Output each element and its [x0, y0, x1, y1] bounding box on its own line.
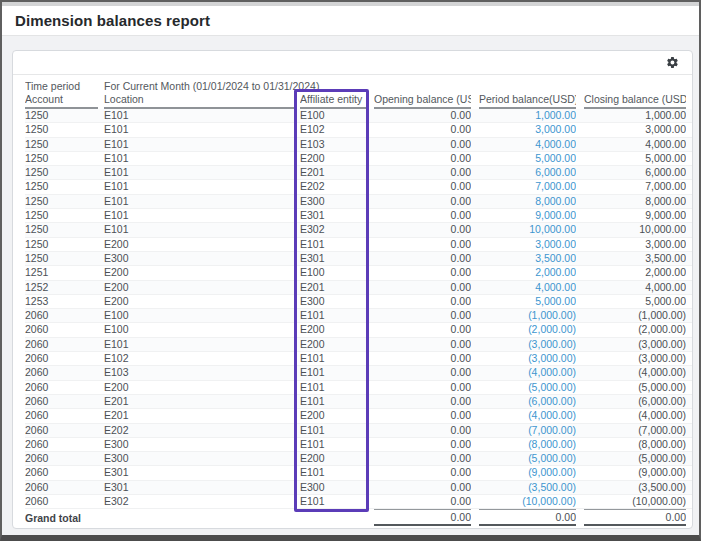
cell-period[interactable]: (5,000.00): [479, 381, 576, 394]
cell-account: 1250: [25, 223, 98, 236]
cell-period[interactable]: (9,000.00): [479, 466, 576, 479]
cell-period[interactable]: (6,000.00): [479, 395, 576, 408]
cell-period[interactable]: (10,000.00): [479, 495, 576, 508]
cell-closing: (3,000.00): [584, 338, 686, 351]
cell-affiliate: E201: [300, 166, 368, 179]
grand-total-opening: 0.00: [374, 509, 471, 526]
cell-location: E200: [104, 281, 294, 294]
cell-period[interactable]: 9,000.00: [479, 209, 576, 222]
time-period-value: For Current Month (01/01/2024 to 01/31/2…: [104, 80, 686, 92]
table-row: 2060E302E1010.00(10,000.00)(10,000.00): [25, 495, 693, 509]
cell-period[interactable]: 5,000.00: [479, 152, 576, 165]
cell-location: E101: [104, 109, 294, 122]
column-header-opening-balance[interactable]: Opening balance (USD): [374, 93, 471, 109]
cell-affiliate: E101: [300, 438, 368, 451]
table-row: 1250E101E1000.001,000.001,000.00: [25, 109, 693, 123]
table-row: 2060E100E2000.00(2,000.00)(2,000.00): [25, 323, 693, 337]
cell-affiliate: E101: [300, 366, 368, 379]
cell-period[interactable]: 10,000.00: [479, 223, 576, 236]
time-period-label: Time period: [25, 80, 98, 92]
cell-affiliate: E101: [300, 238, 368, 251]
table-row: 2060E103E1010.00(4,000.00)(4,000.00): [25, 366, 693, 380]
column-header-location[interactable]: Location: [104, 93, 294, 109]
cell-account: 2060: [25, 381, 98, 394]
cell-closing: (4,000.00): [584, 366, 686, 379]
cell-period[interactable]: (5,000.00): [479, 452, 576, 465]
table-row: 1250E101E1030.004,000.004,000.00: [25, 138, 693, 152]
cell-period[interactable]: (4,000.00): [479, 366, 576, 379]
cell-affiliate: E200: [300, 152, 368, 165]
cell-period[interactable]: (1,000.00): [479, 309, 576, 322]
cell-account: 1250: [25, 209, 98, 222]
cell-closing: (8,000.00): [584, 438, 686, 451]
cell-location: E100: [104, 323, 294, 336]
gear-icon[interactable]: [664, 55, 680, 71]
cell-period[interactable]: (3,000.00): [479, 338, 576, 351]
cell-affiliate: E300: [300, 195, 368, 208]
cell-opening: 0.00: [374, 252, 471, 265]
cell-period[interactable]: (8,000.00): [479, 438, 576, 451]
cell-period[interactable]: 8,000.00: [479, 195, 576, 208]
cell-affiliate: E201: [300, 281, 368, 294]
cell-opening: 0.00: [374, 466, 471, 479]
cell-period[interactable]: 1,000.00: [479, 109, 576, 122]
cell-period[interactable]: (4,000.00): [479, 409, 576, 422]
cell-location: E101: [104, 166, 294, 179]
column-header-closing-balance[interactable]: Closing balance (USD): [584, 93, 686, 109]
cell-account: 2060: [25, 366, 98, 379]
cell-opening: 0.00: [374, 438, 471, 451]
cell-period[interactable]: (3,000.00): [479, 352, 576, 365]
cell-affiliate: E101: [300, 466, 368, 479]
grand-total-label: Grand total: [25, 512, 98, 524]
cell-period[interactable]: 3,000.00: [479, 238, 576, 251]
cell-account: 1250: [25, 166, 98, 179]
cell-period[interactable]: 7,000.00: [479, 180, 576, 193]
cell-period[interactable]: 4,000.00: [479, 281, 576, 294]
cell-period[interactable]: (7,000.00): [479, 424, 576, 437]
cell-affiliate: E101: [300, 424, 368, 437]
cell-opening: 0.00: [374, 123, 471, 136]
grand-total-row: Grand total 0.00 0.00 0.00: [25, 509, 693, 526]
cell-account: 2060: [25, 323, 98, 336]
cell-account: 2060: [25, 309, 98, 322]
cell-period[interactable]: 3,000.00: [479, 123, 576, 136]
cell-location: E302: [104, 495, 294, 508]
cell-account: 1253: [25, 295, 98, 308]
cell-period[interactable]: 4,000.00: [479, 138, 576, 151]
table-row: 1250E101E2000.005,000.005,000.00: [25, 152, 693, 166]
table-row: 2060E301E3000.00(3,500.00)(3,500.00): [25, 481, 693, 495]
cell-opening: 0.00: [374, 166, 471, 179]
column-header-period-balance[interactable]: Period balance(USD): [479, 93, 576, 109]
cell-affiliate: E101: [300, 309, 368, 322]
cell-location: E300: [104, 438, 294, 451]
cell-location: E301: [104, 481, 294, 494]
column-header-account[interactable]: Account: [25, 93, 98, 109]
cell-closing: 5,000.00: [584, 152, 686, 165]
cell-period[interactable]: (2,000.00): [479, 323, 576, 336]
cell-location: E101: [104, 138, 294, 151]
table-body: 1250E101E1000.001,000.001,000.001250E101…: [25, 109, 692, 509]
cell-account: 1250: [25, 123, 98, 136]
cell-closing: 3,000.00: [584, 238, 686, 251]
cell-period[interactable]: 3,500.00: [479, 252, 576, 265]
cell-affiliate: E200: [300, 452, 368, 465]
cell-affiliate: E302: [300, 223, 368, 236]
cell-account: 2060: [25, 395, 98, 408]
cell-affiliate: E202: [300, 180, 368, 193]
column-header-affiliate-entity[interactable]: Affiliate entity: [300, 93, 368, 109]
table-row: 2060E300E2000.00(5,000.00)(5,000.00): [25, 452, 693, 466]
cell-period[interactable]: 6,000.00: [479, 166, 576, 179]
cell-location: E101: [104, 123, 294, 136]
cell-account: 2060: [25, 338, 98, 351]
table-row: 1251E200E1000.002,000.002,000.00: [25, 266, 693, 280]
cell-period[interactable]: 5,000.00: [479, 295, 576, 308]
cell-closing: (7,000.00): [584, 424, 686, 437]
cell-opening: 0.00: [374, 338, 471, 351]
cell-opening: 0.00: [374, 452, 471, 465]
cell-period[interactable]: 2,000.00: [479, 266, 576, 279]
cell-location: E200: [104, 381, 294, 394]
cell-closing: (6,000.00): [584, 395, 686, 408]
cell-location: E100: [104, 309, 294, 322]
cell-period[interactable]: (3,500.00): [479, 481, 576, 494]
table-row: 2060E101E2000.00(3,000.00)(3,000.00): [25, 338, 693, 352]
